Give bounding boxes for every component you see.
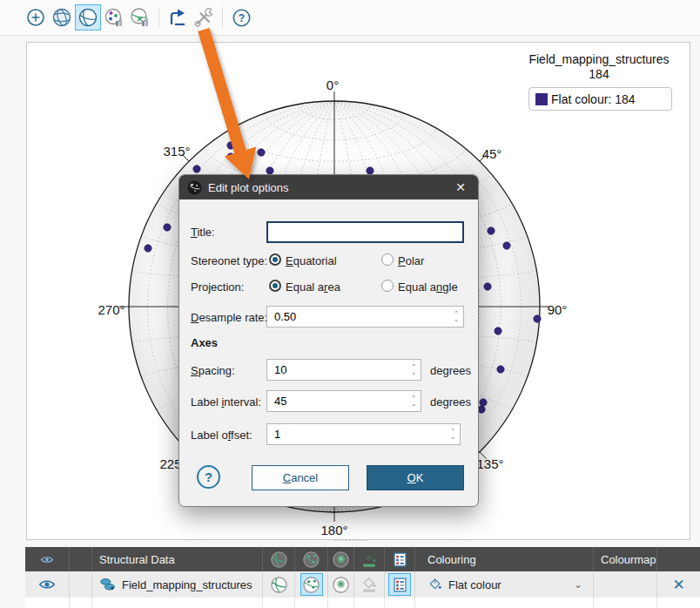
toolbar-separator [222, 7, 223, 28]
axis-label-north: 0° [326, 78, 339, 92]
scene-view-button[interactable] [49, 4, 75, 30]
toolbar: ? [0, 0, 700, 36]
selected-toggle-box [300, 573, 323, 596]
mean-planes-cell[interactable] [354, 571, 385, 598]
chevron-down-icon: ⌄ [574, 578, 582, 591]
contours-icon [332, 576, 350, 594]
contours-icon [332, 551, 350, 569]
splitter-handle[interactable]: ·········· [334, 536, 369, 544]
table-row: Field_mapping_structures [25, 571, 700, 598]
values-table-cell[interactable] [385, 571, 415, 598]
edit-plot-options-dialog: Edit plot options ✕ Title: Stereonet typ… [178, 174, 479, 507]
legend-title-text: Field_mapping_structures [503, 52, 695, 67]
table-header-row: Structural Data [25, 547, 700, 571]
stereonet-outline-cell[interactable] [263, 571, 295, 598]
help-button[interactable]: ? [228, 4, 254, 30]
spinner-arrows[interactable]: ⌃⌄ [446, 429, 460, 440]
stereonet-type-label: Stereonet type: [191, 254, 267, 267]
desample-rate-spinner[interactable]: ⌃⌄ [266, 306, 464, 328]
svg-text:?: ? [238, 12, 244, 24]
stereonet-view-button[interactable] [75, 4, 101, 30]
axis-label-northeast: 45° [482, 146, 502, 161]
header-colourmap: Colourmap [594, 547, 657, 571]
remove-x-icon: ✕ [672, 576, 684, 594]
spinner-down-icon[interactable]: ⌄ [411, 370, 417, 375]
spacing-unit: degrees [430, 364, 471, 377]
spacing-spinner[interactable]: ⌃⌄ [266, 359, 421, 381]
header-visibility-column [25, 547, 70, 571]
remove-cell[interactable]: ✕ [657, 571, 700, 598]
list-icon [392, 551, 408, 568]
visibility-cell[interactable] [25, 571, 70, 598]
remove-plot-button[interactable] [127, 4, 153, 30]
colouring-value: Flat colour [448, 578, 501, 591]
globe-icon [50, 6, 73, 29]
tools-icon [192, 6, 215, 29]
radio-equatorial-label[interactable]: Equatorial [286, 254, 337, 267]
header-remove-column [657, 547, 700, 571]
plot-colouring-button[interactable] [101, 4, 127, 30]
axis-label-southeast: 135° [476, 456, 503, 471]
radio-equal-angle[interactable] [381, 280, 394, 292]
contours-cell[interactable] [328, 571, 354, 598]
paint-bucket-icon [427, 577, 443, 593]
desample-rate-label: Desample rate: [191, 311, 267, 324]
legend-swatch-label: Flat colour: 184 [551, 92, 636, 106]
spinner-down-icon[interactable]: ⌄ [454, 317, 460, 322]
label-offset-spinner[interactable]: ⌃⌄ [266, 423, 461, 445]
title-input[interactable] [266, 221, 464, 243]
projection-label: Projection: [191, 280, 244, 294]
dialog-stereonet-icon [187, 180, 202, 195]
label-offset-input[interactable] [267, 428, 446, 441]
dialog-help-button[interactable]: ? [197, 465, 220, 489]
paint-bucket-icon [360, 551, 378, 569]
help-icon: ? [231, 7, 252, 29]
add-plot-button[interactable] [23, 4, 49, 30]
radio-equal-area[interactable] [269, 280, 281, 292]
spinner-arrows[interactable]: ⌃⌄ [407, 396, 421, 407]
spacer-cell [70, 571, 92, 598]
toolbar-separator [158, 7, 159, 28]
label-interval-label: Label interval: [191, 395, 261, 409]
stereonet-points-cell[interactable] [295, 571, 328, 598]
radio-equatorial[interactable] [269, 253, 281, 266]
spinner-down-icon[interactable]: ⌄ [450, 435, 456, 440]
structural-planes-icon [99, 576, 117, 593]
spinner-arrows[interactable]: ⌃⌄ [449, 312, 463, 322]
legend-colour-swatch [535, 93, 548, 105]
label-interval-input[interactable] [267, 395, 407, 408]
radio-equal-area-label[interactable]: Equal area [286, 280, 340, 294]
header-stereonet-points-column [295, 547, 328, 571]
colourmap-cell[interactable] [594, 571, 657, 598]
spacing-input[interactable] [267, 363, 407, 376]
edit-plot-options-button[interactable] [191, 4, 217, 30]
dialog-title: Edit plot options [208, 181, 451, 194]
spacing-label: Spacing: [191, 364, 235, 377]
radio-polar[interactable] [381, 253, 394, 266]
stereonet-outline-icon [270, 576, 288, 594]
item-name: Field_mapping_structures [122, 578, 252, 591]
header-structural-data: Structural Data [92, 547, 263, 571]
legend-count: 184 [503, 67, 695, 82]
colouring-dropdown[interactable]: Flat colour ⌄ [415, 571, 594, 598]
header-mean-planes-column [354, 547, 385, 571]
cancel-button[interactable]: Cancel [252, 465, 349, 490]
paint-bucket-disabled-icon [360, 576, 378, 594]
desample-rate-input[interactable] [267, 310, 449, 323]
radio-equal-angle-label[interactable]: Equal angle [398, 280, 458, 294]
export-arrow-icon [166, 6, 189, 29]
palette-chart-icon [103, 6, 125, 29]
plot-items-table: Structural Data [25, 547, 700, 608]
spinner-down-icon[interactable]: ⌄ [411, 402, 417, 407]
label-interval-spinner[interactable]: ⌃⌄ [266, 390, 421, 412]
header-stereonet-outline-column [263, 547, 295, 571]
item-name-cell[interactable]: Field_mapping_structures [92, 571, 263, 598]
header-colouring: Colouring [415, 547, 594, 571]
dialog-title-bar[interactable]: Edit plot options ✕ [179, 175, 478, 199]
ok-button[interactable]: OK [367, 465, 464, 490]
stereonet-icon [77, 6, 99, 29]
spinner-arrows[interactable]: ⌃⌄ [407, 365, 421, 375]
radio-polar-label[interactable]: Polar [398, 254, 424, 267]
dialog-close-button[interactable]: ✕ [451, 178, 470, 197]
export-button[interactable] [165, 4, 191, 30]
